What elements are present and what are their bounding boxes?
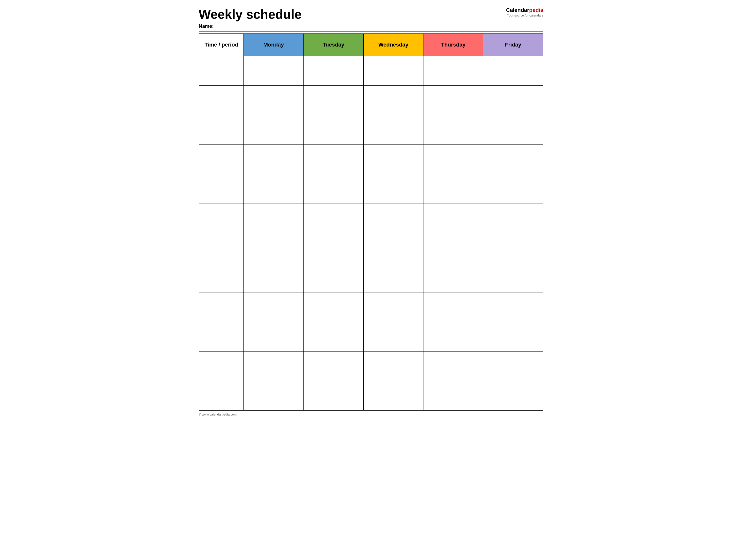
time-cell[interactable] (199, 351, 244, 381)
schedule-cell[interactable] (423, 204, 483, 233)
schedule-cell[interactable] (363, 351, 423, 381)
schedule-cell[interactable] (363, 322, 423, 351)
col-header-tuesday: Tuesday (304, 34, 363, 56)
schedule-cell[interactable] (244, 145, 304, 174)
schedule-cell[interactable] (483, 233, 543, 263)
table-row (199, 292, 543, 322)
time-cell[interactable] (199, 292, 244, 322)
schedule-cell[interactable] (304, 263, 363, 292)
schedule-cell[interactable] (483, 351, 543, 381)
title-section: Weekly schedule Name: (199, 7, 302, 29)
schedule-cell[interactable] (423, 292, 483, 322)
schedule-cell[interactable] (304, 115, 363, 145)
table-row (199, 351, 543, 381)
schedule-cell[interactable] (363, 381, 423, 410)
schedule-cell[interactable] (423, 86, 483, 115)
page-title: Weekly schedule (199, 7, 302, 21)
schedule-cell[interactable] (363, 233, 423, 263)
schedule-cell[interactable] (423, 322, 483, 351)
col-header-wednesday: Wednesday (363, 34, 423, 56)
schedule-cell[interactable] (423, 115, 483, 145)
schedule-cell[interactable] (423, 233, 483, 263)
schedule-cell[interactable] (304, 174, 363, 204)
footer-copyright: © www.calendarpedia.com (199, 412, 543, 416)
schedule-cell[interactable] (423, 174, 483, 204)
schedule-cell[interactable] (304, 86, 363, 115)
table-row (199, 263, 543, 292)
schedule-cell[interactable] (483, 86, 543, 115)
schedule-cell[interactable] (244, 56, 304, 86)
schedule-cell[interactable] (363, 115, 423, 145)
schedule-cell[interactable] (304, 322, 363, 351)
schedule-cell[interactable] (244, 86, 304, 115)
schedule-cell[interactable] (483, 115, 543, 145)
col-header-time: Time / period (199, 34, 244, 56)
schedule-cell[interactable] (244, 381, 304, 410)
schedule-cell[interactable] (483, 174, 543, 204)
time-cell[interactable] (199, 86, 244, 115)
time-cell[interactable] (199, 115, 244, 145)
schedule-cell[interactable] (244, 174, 304, 204)
table-row (199, 381, 543, 410)
schedule-cell[interactable] (244, 233, 304, 263)
schedule-cell[interactable] (244, 204, 304, 233)
time-cell[interactable] (199, 233, 244, 263)
table-row (199, 56, 543, 86)
time-cell[interactable] (199, 145, 244, 174)
schedule-cell[interactable] (244, 322, 304, 351)
schedule-cell[interactable] (423, 56, 483, 86)
table-row (199, 145, 543, 174)
schedule-cell[interactable] (304, 292, 363, 322)
time-cell[interactable] (199, 174, 244, 204)
schedule-cell[interactable] (244, 292, 304, 322)
col-header-friday: Friday (483, 34, 543, 56)
schedule-cell[interactable] (483, 56, 543, 86)
time-cell[interactable] (199, 381, 244, 410)
table-row (199, 115, 543, 145)
schedule-cell[interactable] (423, 145, 483, 174)
time-cell[interactable] (199, 322, 244, 351)
schedule-cell[interactable] (363, 263, 423, 292)
schedule-cell[interactable] (483, 292, 543, 322)
schedule-cell[interactable] (304, 204, 363, 233)
schedule-cell[interactable] (363, 56, 423, 86)
schedule-cell[interactable] (304, 351, 363, 381)
time-cell[interactable] (199, 263, 244, 292)
logo-brand-red: pedia (529, 7, 543, 13)
schedule-cell[interactable] (483, 322, 543, 351)
schedule-cell[interactable] (304, 381, 363, 410)
table-header-row: Time / period Monday Tuesday Wednesday T… (199, 34, 543, 56)
schedule-cell[interactable] (483, 381, 543, 410)
table-row (199, 204, 543, 233)
schedule-cell[interactable] (483, 204, 543, 233)
schedule-cell[interactable] (304, 145, 363, 174)
logo-text: Calendarpedia (506, 7, 543, 13)
schedule-cell[interactable] (363, 86, 423, 115)
schedule-cell[interactable] (244, 115, 304, 145)
schedule-cell[interactable] (363, 174, 423, 204)
schedule-cell[interactable] (363, 204, 423, 233)
divider-line (199, 32, 543, 32)
col-header-monday: Monday (244, 34, 304, 56)
schedule-cell[interactable] (483, 263, 543, 292)
schedule-table: Time / period Monday Tuesday Wednesday T… (199, 34, 543, 410)
col-header-thursday: Thursday (423, 34, 483, 56)
schedule-cell[interactable] (244, 263, 304, 292)
schedule-cell[interactable] (304, 56, 363, 86)
time-cell[interactable] (199, 56, 244, 86)
page-container: Weekly schedule Name: Calendarpedia Your… (199, 7, 543, 416)
schedule-cell[interactable] (423, 381, 483, 410)
time-cell[interactable] (199, 204, 244, 233)
schedule-cell[interactable] (363, 292, 423, 322)
schedule-cell[interactable] (244, 351, 304, 381)
schedule-cell[interactable] (304, 233, 363, 263)
schedule-cell[interactable] (423, 351, 483, 381)
logo-area: Calendarpedia Your source for calendars (506, 7, 543, 17)
schedule-cell[interactable] (363, 145, 423, 174)
schedule-cell[interactable] (423, 263, 483, 292)
schedule-cell[interactable] (483, 145, 543, 174)
header-area: Weekly schedule Name: Calendarpedia Your… (199, 7, 543, 29)
logo-tagline: Your source for calendars (507, 13, 543, 17)
name-label: Name: (199, 23, 302, 29)
table-row (199, 86, 543, 115)
